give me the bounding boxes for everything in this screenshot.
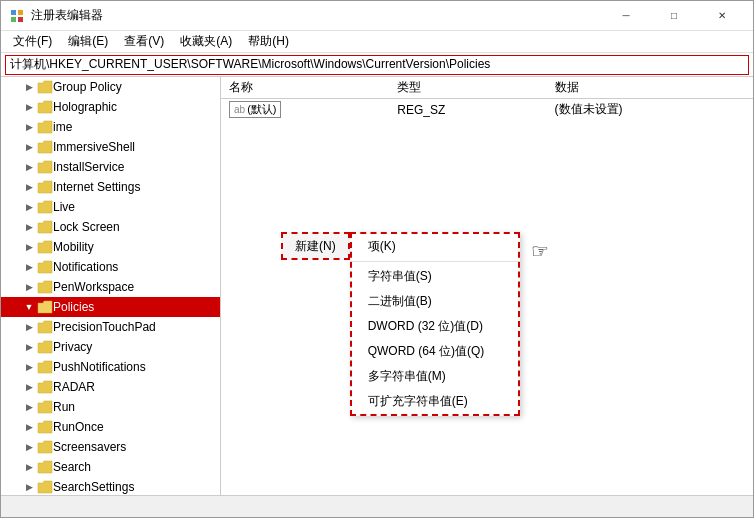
tree-label: Run xyxy=(53,400,75,414)
tree-item-precision-touchpad[interactable]: ▶ PrecisionTouchPad xyxy=(1,317,220,337)
tree-item-holographic[interactable]: ▶ Holographic xyxy=(1,97,220,117)
tree-item-internet-settings[interactable]: ▶ Internet Settings xyxy=(1,177,220,197)
tree-item-ime[interactable]: ▶ ime xyxy=(1,117,220,137)
tree-item-policies[interactable]: ▼ Policies xyxy=(1,297,220,317)
folder-icon xyxy=(37,220,53,234)
tree-item-screensavers[interactable]: ▶ Screensavers xyxy=(1,437,220,457)
menu-view[interactable]: 查看(V) xyxy=(116,31,172,52)
folder-icon xyxy=(37,340,53,354)
tree-item-run[interactable]: ▶ Run xyxy=(1,397,220,417)
expand-arrow: ▼ xyxy=(21,299,37,315)
window-title: 注册表编辑器 xyxy=(31,7,603,24)
context-menu-item-binary[interactable]: 二进制值(B) xyxy=(352,289,518,314)
tree-item-push-notifications[interactable]: ▶ PushNotifications xyxy=(1,357,220,377)
tree-item-lock-screen[interactable]: ▶ Lock Screen xyxy=(1,217,220,237)
folder-icon xyxy=(37,400,53,414)
expand-arrow: ▶ xyxy=(21,239,37,255)
tree-item-live[interactable]: ▶ Live xyxy=(1,197,220,217)
address-bar: 计算机\HKEY_CURRENT_USER\SOFTWARE\Microsoft… xyxy=(1,53,753,77)
registry-table: 名称 类型 数据 ab (默认) REG_SZ xyxy=(221,77,753,120)
col-header-data: 数据 xyxy=(547,77,753,99)
tree-label: Search xyxy=(53,460,91,474)
expand-arrow: ▶ xyxy=(21,219,37,235)
tree-item-notifications[interactable]: ▶ Notifications xyxy=(1,257,220,277)
expand-arrow: ▶ xyxy=(21,339,37,355)
expand-arrow: ▶ xyxy=(21,479,37,495)
right-pane: 名称 类型 数据 ab (默认) REG_SZ xyxy=(221,77,753,495)
expand-arrow: ▶ xyxy=(21,319,37,335)
value-data: (数值未设置) xyxy=(547,99,753,121)
col-header-name: 名称 xyxy=(221,77,389,99)
close-button[interactable]: ✕ xyxy=(699,1,745,31)
tree-label: Notifications xyxy=(53,260,118,274)
folder-icon xyxy=(37,120,53,134)
context-menu-item-string[interactable]: 字符串值(S) xyxy=(352,264,518,289)
menu-bar: 文件(F) 编辑(E) 查看(V) 收藏夹(A) 帮助(H) xyxy=(1,31,753,53)
expand-arrow: ▶ xyxy=(21,79,37,95)
expand-arrow: ▶ xyxy=(21,199,37,215)
tree-item-run-once[interactable]: ▶ RunOnce xyxy=(1,417,220,437)
maximize-button[interactable]: □ xyxy=(651,1,697,31)
table-row: ab (默认) REG_SZ (数值未设置) xyxy=(221,99,753,121)
tree-pane: ▶ Group Policy ▶ Holographic ▶ ime ▶ Imm… xyxy=(1,77,221,495)
tree-item-immersive-shell[interactable]: ▶ ImmersiveShell xyxy=(1,137,220,157)
context-menu-item-dword[interactable]: DWORD (32 位)值(D) xyxy=(352,314,518,339)
status-bar xyxy=(1,495,753,517)
context-menu-item-multi[interactable]: 多字符串值(M) xyxy=(352,364,518,389)
context-menu-item-key[interactable]: 项(K) xyxy=(352,234,518,259)
tree-item-search[interactable]: ▶ Search xyxy=(1,457,220,477)
menu-help[interactable]: 帮助(H) xyxy=(240,31,297,52)
tree-label: Mobility xyxy=(53,240,94,254)
tree-item-mobility[interactable]: ▶ Mobility xyxy=(1,237,220,257)
tree-label: Holographic xyxy=(53,100,117,114)
title-bar: 注册表编辑器 ─ □ ✕ xyxy=(1,1,753,31)
tree-label: Screensavers xyxy=(53,440,126,454)
tree-label: Internet Settings xyxy=(53,180,140,194)
context-menu-item-qword[interactable]: QWORD (64 位)值(Q) xyxy=(352,339,518,364)
main-content: ▶ Group Policy ▶ Holographic ▶ ime ▶ Imm… xyxy=(1,77,753,495)
folder-icon xyxy=(37,200,53,214)
folder-icon xyxy=(37,440,53,454)
tree-label: PushNotifications xyxy=(53,360,146,374)
address-path[interactable]: 计算机\HKEY_CURRENT_USER\SOFTWARE\Microsoft… xyxy=(5,55,749,75)
expand-arrow: ▶ xyxy=(21,179,37,195)
app-icon xyxy=(9,8,25,24)
tree-label: PenWorkspace xyxy=(53,280,134,294)
new-button[interactable]: 新建(N) xyxy=(281,232,350,260)
tree-item-search-settings[interactable]: ▶ SearchSettings xyxy=(1,477,220,495)
tree-item-radar[interactable]: ▶ RADAR xyxy=(1,377,220,397)
expand-arrow: ▶ xyxy=(21,99,37,115)
minimize-button[interactable]: ─ xyxy=(603,1,649,31)
tree-item-group-policy[interactable]: ▶ Group Policy xyxy=(1,77,220,97)
default-value-badge: ab (默认) xyxy=(229,101,281,118)
expand-arrow: ▶ xyxy=(21,359,37,375)
expand-arrow: ▶ xyxy=(21,159,37,175)
menu-edit[interactable]: 编辑(E) xyxy=(60,31,116,52)
folder-icon xyxy=(37,80,53,94)
folder-icon xyxy=(37,100,53,114)
default-value-text: (默认) xyxy=(247,102,276,117)
tree-item-privacy[interactable]: ▶ Privacy xyxy=(1,337,220,357)
tree-item-install-service[interactable]: ▶ InstallService xyxy=(1,157,220,177)
tree-label: ImmersiveShell xyxy=(53,140,135,154)
registry-editor-window: 注册表编辑器 ─ □ ✕ 文件(F) 编辑(E) 查看(V) 收藏夹(A) 帮助… xyxy=(0,0,754,518)
svg-rect-3 xyxy=(18,17,23,22)
mouse-cursor: ☞ xyxy=(531,239,549,263)
value-type: REG_SZ xyxy=(389,99,546,121)
expand-arrow: ▶ xyxy=(21,279,37,295)
folder-icon xyxy=(37,280,53,294)
tree-label: InstallService xyxy=(53,160,124,174)
tree-item-penworkspace[interactable]: ▶ PenWorkspace xyxy=(1,277,220,297)
window-controls: ─ □ ✕ xyxy=(603,1,745,31)
context-area: 新建(N) 项(K) 字符串值(S) 二进制值(B) DWORD (32 位)值… xyxy=(281,232,520,416)
tree-label: ime xyxy=(53,120,72,134)
expand-arrow: ▶ xyxy=(21,439,37,455)
menu-file[interactable]: 文件(F) xyxy=(5,31,60,52)
context-menu-item-expand[interactable]: 可扩充字符串值(E) xyxy=(352,389,518,414)
menu-favorites[interactable]: 收藏夹(A) xyxy=(172,31,240,52)
context-menu-divider xyxy=(352,261,518,262)
tree-label: SearchSettings xyxy=(53,480,134,494)
tree-label: Group Policy xyxy=(53,80,122,94)
folder-icon xyxy=(37,180,53,194)
expand-arrow: ▶ xyxy=(21,459,37,475)
